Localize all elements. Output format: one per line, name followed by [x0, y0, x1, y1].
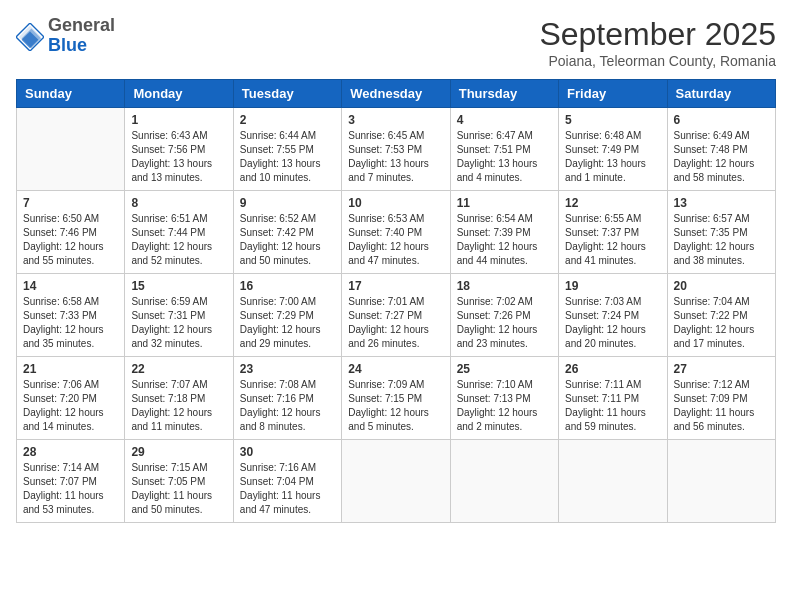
day-number: 4: [457, 113, 552, 127]
calendar-week-3: 14Sunrise: 6:58 AMSunset: 7:33 PMDayligh…: [17, 274, 776, 357]
calendar-cell: 8Sunrise: 6:51 AMSunset: 7:44 PMDaylight…: [125, 191, 233, 274]
calendar-cell: 6Sunrise: 6:49 AMSunset: 7:48 PMDaylight…: [667, 108, 775, 191]
calendar-cell: [17, 108, 125, 191]
calendar-cell: 2Sunrise: 6:44 AMSunset: 7:55 PMDaylight…: [233, 108, 341, 191]
day-info: Sunrise: 7:01 AMSunset: 7:27 PMDaylight:…: [348, 295, 443, 351]
day-info: Sunrise: 6:52 AMSunset: 7:42 PMDaylight:…: [240, 212, 335, 268]
day-info: Sunrise: 6:55 AMSunset: 7:37 PMDaylight:…: [565, 212, 660, 268]
weekday-wednesday: Wednesday: [342, 80, 450, 108]
day-info: Sunrise: 6:54 AMSunset: 7:39 PMDaylight:…: [457, 212, 552, 268]
calendar-cell: 30Sunrise: 7:16 AMSunset: 7:04 PMDayligh…: [233, 440, 341, 523]
day-info: Sunrise: 6:49 AMSunset: 7:48 PMDaylight:…: [674, 129, 769, 185]
day-number: 22: [131, 362, 226, 376]
day-number: 21: [23, 362, 118, 376]
day-number: 26: [565, 362, 660, 376]
day-number: 12: [565, 196, 660, 210]
calendar-cell: 28Sunrise: 7:14 AMSunset: 7:07 PMDayligh…: [17, 440, 125, 523]
day-number: 5: [565, 113, 660, 127]
calendar-cell: 21Sunrise: 7:06 AMSunset: 7:20 PMDayligh…: [17, 357, 125, 440]
day-number: 3: [348, 113, 443, 127]
day-info: Sunrise: 7:14 AMSunset: 7:07 PMDaylight:…: [23, 461, 118, 517]
weekday-tuesday: Tuesday: [233, 80, 341, 108]
calendar-cell: 27Sunrise: 7:12 AMSunset: 7:09 PMDayligh…: [667, 357, 775, 440]
calendar-cell: 16Sunrise: 7:00 AMSunset: 7:29 PMDayligh…: [233, 274, 341, 357]
page-header: General Blue September 2025 Poiana, Tele…: [16, 16, 776, 69]
calendar-cell: [559, 440, 667, 523]
calendar-cell: [667, 440, 775, 523]
day-info: Sunrise: 7:07 AMSunset: 7:18 PMDaylight:…: [131, 378, 226, 434]
day-number: 9: [240, 196, 335, 210]
logo-general: General: [48, 16, 115, 36]
day-info: Sunrise: 6:43 AMSunset: 7:56 PMDaylight:…: [131, 129, 226, 185]
day-number: 20: [674, 279, 769, 293]
day-number: 15: [131, 279, 226, 293]
day-number: 16: [240, 279, 335, 293]
weekday-sunday: Sunday: [17, 80, 125, 108]
day-number: 13: [674, 196, 769, 210]
calendar-cell: 23Sunrise: 7:08 AMSunset: 7:16 PMDayligh…: [233, 357, 341, 440]
day-number: 23: [240, 362, 335, 376]
calendar-cell: [342, 440, 450, 523]
calendar-cell: 13Sunrise: 6:57 AMSunset: 7:35 PMDayligh…: [667, 191, 775, 274]
day-number: 25: [457, 362, 552, 376]
day-info: Sunrise: 7:06 AMSunset: 7:20 PMDaylight:…: [23, 378, 118, 434]
calendar-cell: 15Sunrise: 6:59 AMSunset: 7:31 PMDayligh…: [125, 274, 233, 357]
day-info: Sunrise: 6:48 AMSunset: 7:49 PMDaylight:…: [565, 129, 660, 185]
calendar-cell: 19Sunrise: 7:03 AMSunset: 7:24 PMDayligh…: [559, 274, 667, 357]
day-number: 6: [674, 113, 769, 127]
calendar-cell: 18Sunrise: 7:02 AMSunset: 7:26 PMDayligh…: [450, 274, 558, 357]
day-number: 18: [457, 279, 552, 293]
day-number: 1: [131, 113, 226, 127]
weekday-thursday: Thursday: [450, 80, 558, 108]
calendar-cell: 17Sunrise: 7:01 AMSunset: 7:27 PMDayligh…: [342, 274, 450, 357]
day-info: Sunrise: 7:08 AMSunset: 7:16 PMDaylight:…: [240, 378, 335, 434]
day-info: Sunrise: 6:57 AMSunset: 7:35 PMDaylight:…: [674, 212, 769, 268]
calendar-week-2: 7Sunrise: 6:50 AMSunset: 7:46 PMDaylight…: [17, 191, 776, 274]
calendar-week-4: 21Sunrise: 7:06 AMSunset: 7:20 PMDayligh…: [17, 357, 776, 440]
day-info: Sunrise: 7:15 AMSunset: 7:05 PMDaylight:…: [131, 461, 226, 517]
calendar-cell: 3Sunrise: 6:45 AMSunset: 7:53 PMDaylight…: [342, 108, 450, 191]
calendar-cell: 11Sunrise: 6:54 AMSunset: 7:39 PMDayligh…: [450, 191, 558, 274]
day-number: 8: [131, 196, 226, 210]
day-info: Sunrise: 7:00 AMSunset: 7:29 PMDaylight:…: [240, 295, 335, 351]
calendar-cell: [450, 440, 558, 523]
calendar-table: SundayMondayTuesdayWednesdayThursdayFrid…: [16, 79, 776, 523]
logo-text: General Blue: [48, 16, 115, 56]
day-info: Sunrise: 6:53 AMSunset: 7:40 PMDaylight:…: [348, 212, 443, 268]
calendar-subtitle: Poiana, Teleorman County, Romania: [539, 53, 776, 69]
day-info: Sunrise: 7:04 AMSunset: 7:22 PMDaylight:…: [674, 295, 769, 351]
day-number: 24: [348, 362, 443, 376]
calendar-cell: 12Sunrise: 6:55 AMSunset: 7:37 PMDayligh…: [559, 191, 667, 274]
day-number: 2: [240, 113, 335, 127]
day-info: Sunrise: 7:12 AMSunset: 7:09 PMDaylight:…: [674, 378, 769, 434]
day-number: 28: [23, 445, 118, 459]
calendar-cell: 26Sunrise: 7:11 AMSunset: 7:11 PMDayligh…: [559, 357, 667, 440]
day-info: Sunrise: 6:51 AMSunset: 7:44 PMDaylight:…: [131, 212, 226, 268]
weekday-monday: Monday: [125, 80, 233, 108]
day-info: Sunrise: 6:58 AMSunset: 7:33 PMDaylight:…: [23, 295, 118, 351]
calendar-cell: 29Sunrise: 7:15 AMSunset: 7:05 PMDayligh…: [125, 440, 233, 523]
day-number: 29: [131, 445, 226, 459]
day-number: 30: [240, 445, 335, 459]
day-info: Sunrise: 7:10 AMSunset: 7:13 PMDaylight:…: [457, 378, 552, 434]
calendar-title: September 2025: [539, 16, 776, 53]
calendar-cell: 25Sunrise: 7:10 AMSunset: 7:13 PMDayligh…: [450, 357, 558, 440]
day-number: 10: [348, 196, 443, 210]
calendar-cell: 22Sunrise: 7:07 AMSunset: 7:18 PMDayligh…: [125, 357, 233, 440]
calendar-cell: 4Sunrise: 6:47 AMSunset: 7:51 PMDaylight…: [450, 108, 558, 191]
calendar-week-1: 1Sunrise: 6:43 AMSunset: 7:56 PMDaylight…: [17, 108, 776, 191]
day-info: Sunrise: 7:09 AMSunset: 7:15 PMDaylight:…: [348, 378, 443, 434]
logo-blue: Blue: [48, 36, 115, 56]
day-number: 11: [457, 196, 552, 210]
weekday-header-row: SundayMondayTuesdayWednesdayThursdayFrid…: [17, 80, 776, 108]
day-number: 17: [348, 279, 443, 293]
calendar-week-5: 28Sunrise: 7:14 AMSunset: 7:07 PMDayligh…: [17, 440, 776, 523]
calendar-cell: 10Sunrise: 6:53 AMSunset: 7:40 PMDayligh…: [342, 191, 450, 274]
day-number: 7: [23, 196, 118, 210]
weekday-friday: Friday: [559, 80, 667, 108]
calendar-cell: 7Sunrise: 6:50 AMSunset: 7:46 PMDaylight…: [17, 191, 125, 274]
day-info: Sunrise: 7:02 AMSunset: 7:26 PMDaylight:…: [457, 295, 552, 351]
calendar-cell: 1Sunrise: 6:43 AMSunset: 7:56 PMDaylight…: [125, 108, 233, 191]
day-number: 14: [23, 279, 118, 293]
logo: General Blue: [16, 16, 115, 56]
